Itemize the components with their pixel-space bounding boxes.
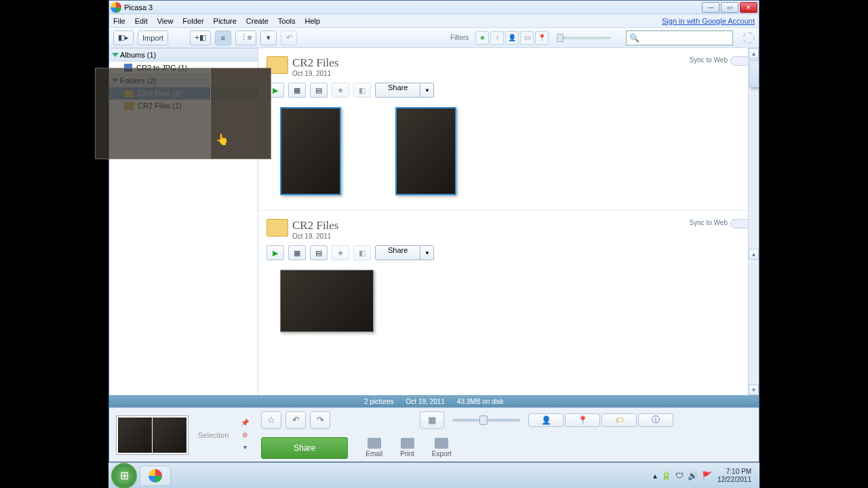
selection-label: Selection — [198, 431, 229, 439]
movie-button[interactable]: ▤ — [310, 83, 328, 98]
zoom-slider[interactable] — [452, 419, 520, 422]
clock[interactable]: 7:10 PM 12/22/2011 — [717, 468, 751, 484]
star-button[interactable]: ★ — [332, 83, 349, 98]
selection-thumbnail[interactable] — [153, 418, 186, 453]
print-button[interactable]: Print — [400, 438, 414, 458]
filters-label: Filters — [450, 34, 469, 41]
filter-star-icon[interactable]: ★ — [475, 31, 489, 45]
share-dropdown[interactable]: ▼ — [420, 83, 434, 98]
sidebar-albums-header[interactable]: Albums (1) — [109, 48, 258, 62]
rotate-right-button[interactable]: ↷ — [310, 411, 330, 429]
flat-view-button[interactable]: ≡ — [215, 30, 231, 45]
content-area: CR2 Files Oct 19, 2011 Sync to Web ▶ ▦ ▤… — [258, 48, 759, 395]
minimize-button[interactable]: — — [702, 2, 719, 13]
places-button[interactable]: 📍 — [565, 413, 600, 427]
tray-icon[interactable]: 🛡 — [675, 471, 684, 481]
add-button[interactable]: ▾ — [238, 442, 252, 453]
menu-view[interactable]: View — [157, 17, 174, 25]
star-button[interactable]: ★ — [332, 245, 349, 260]
share-button[interactable]: Share — [375, 245, 420, 260]
folder-icon — [267, 219, 288, 237]
window-title: Picasa 3 — [124, 3, 702, 12]
filter-upload-icon[interactable]: ↑ — [490, 31, 504, 45]
tray-icon[interactable]: 🔊 — [688, 471, 698, 481]
people-button[interactable]: 👤 — [528, 413, 564, 427]
menu-tools[interactable]: Tools — [278, 17, 296, 25]
start-button[interactable]: ⊞ — [111, 463, 137, 489]
play-button[interactable]: ▶ — [267, 245, 284, 260]
system-tray[interactable]: ▴ 🔋 🛡 🔊 🚩 — [653, 471, 712, 481]
folder-title[interactable]: CR2 Files — [292, 219, 339, 232]
share-button[interactable]: Share — [261, 437, 348, 459]
scroll-down-button[interactable]: ▼ — [749, 384, 759, 395]
photo-thumbnail[interactable] — [280, 107, 341, 195]
share-dropdown[interactable]: ▼ — [420, 245, 434, 260]
add-button[interactable]: +◧ — [190, 30, 210, 45]
tree-view-button[interactable]: ⋮≡ — [235, 30, 256, 45]
app-icon — [111, 2, 121, 13]
search-icon: 🔍 — [629, 33, 639, 43]
tray-icon[interactable]: ▴ — [653, 471, 657, 481]
folder-block: CR2 Files Oct 19, 2011 Sync to Web ▶ ▦ ▤… — [258, 48, 759, 210]
thumbnail-view-button[interactable]: ▦ — [420, 411, 444, 429]
menu-file[interactable]: File — [113, 17, 125, 25]
status-bar: 2 pictures Oct 19, 2011 43.3MB on disk — [109, 395, 759, 407]
menu-folder[interactable]: Folder — [182, 17, 203, 25]
status-count: 2 pictures — [364, 398, 393, 405]
view-dropdown[interactable]: ▾ — [260, 30, 277, 45]
status-date: Oct 19, 2011 — [406, 398, 445, 405]
export-button[interactable]: Export — [432, 438, 452, 458]
close-button[interactable]: ✕ — [740, 2, 757, 13]
photo-thumbnail[interactable] — [395, 107, 456, 195]
import-button[interactable]: Import — [138, 30, 168, 45]
info-button[interactable]: ⓘ — [638, 413, 673, 427]
taskbar: ⊞ ▴ 🔋 🛡 🔊 🚩 7:10 PM 12/22/2011 — [108, 462, 760, 488]
selection-tray[interactable] — [116, 415, 189, 455]
email-button[interactable]: Email — [366, 438, 382, 458]
signin-link[interactable]: Sign in with Google Account — [662, 17, 755, 25]
taskbar-picasa[interactable] — [140, 466, 171, 486]
email-icon — [368, 438, 381, 449]
menu-create[interactable]: Create — [246, 17, 269, 25]
expand-icon — [112, 53, 119, 57]
back-button[interactable]: ◧▸ — [113, 30, 134, 45]
hold-button[interactable]: 📌 — [238, 418, 252, 428]
scroll-up-button[interactable]: ▲ — [749, 48, 759, 59]
search-input[interactable]: 🔍 — [626, 30, 733, 45]
folder-title[interactable]: CR2 Files — [292, 56, 339, 70]
filter-geo-icon[interactable]: 📍 — [535, 31, 549, 45]
sync-label: Sync to Web — [689, 219, 728, 226]
scrollbar[interactable]: ▲ ▲ ▼ — [748, 48, 759, 395]
filter-slider[interactable] — [557, 37, 611, 39]
photo-thumbnail[interactable] — [280, 270, 374, 332]
maximize-button[interactable]: ▭ — [721, 2, 738, 13]
titlebar: Picasa 3 — ▭ ✕ — [109, 1, 759, 14]
tag-button[interactable]: ◧ — [353, 245, 371, 260]
share-button[interactable]: Share — [375, 83, 420, 98]
status-size: 43.3MB on disk — [457, 398, 504, 405]
clear-button[interactable]: ⊘ — [238, 430, 252, 441]
bottom-panel: Selection 📌 ⊘ ▾ ☆ ↶ ↷ ▦ 👤 📍 🏷 ⓘ — [109, 407, 759, 462]
rotate-left-button[interactable]: ↶ — [285, 411, 306, 429]
tray-icon[interactable]: 🔋 — [661, 471, 671, 481]
scroll-thumb[interactable] — [749, 60, 759, 87]
tray-icon[interactable]: 🚩 — [702, 471, 712, 481]
collage-button[interactable]: ▦ — [288, 245, 306, 260]
menu-help[interactable]: Help — [305, 17, 321, 25]
filter-movie-icon[interactable]: ▭ — [520, 31, 534, 45]
movie-button[interactable]: ▤ — [310, 245, 328, 260]
menu-edit[interactable]: Edit — [135, 17, 148, 25]
menu-picture[interactable]: Picture — [214, 17, 237, 25]
star-button[interactable]: ☆ — [261, 411, 281, 429]
collage-button[interactable]: ▦ — [288, 83, 306, 98]
tags-button[interactable]: 🏷 — [601, 413, 637, 427]
export-icon — [435, 438, 448, 449]
tag-button[interactable]: ◧ — [353, 83, 371, 98]
menubar: File Edit View Folder Picture Create Too… — [109, 14, 759, 28]
scroll-down-button[interactable]: ▲ — [749, 249, 759, 260]
folder-date: Oct 19, 2011 — [292, 232, 339, 240]
folder-date: Oct 19, 2011 — [292, 70, 339, 77]
undo-button[interactable]: ↶ — [281, 30, 297, 45]
filter-face-icon[interactable]: 👤 — [505, 31, 519, 45]
selection-thumbnail[interactable] — [118, 418, 152, 453]
